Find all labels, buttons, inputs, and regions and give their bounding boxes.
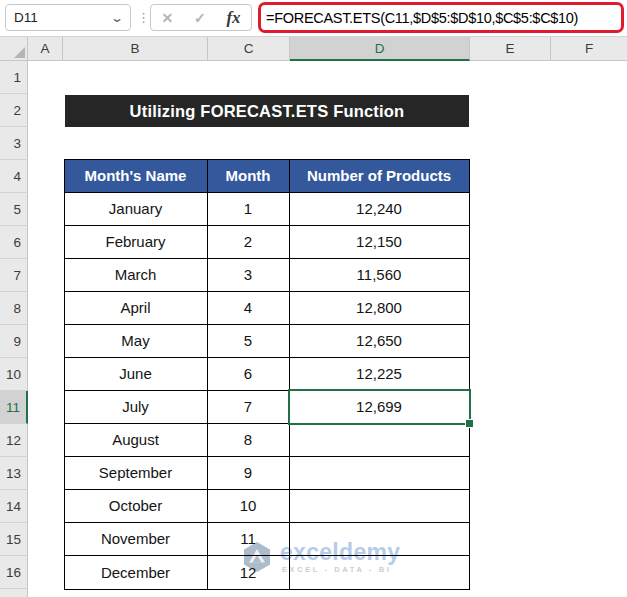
row-header[interactable]: 3 (0, 127, 28, 160)
row-header[interactable]: 13 (0, 457, 28, 490)
row-header[interactable]: 15 (0, 523, 28, 556)
cell-products-value[interactable] (290, 457, 469, 490)
cell-month-number[interactable]: 12 (208, 556, 290, 589)
formula-bar-strip: D11 ⌄ ⋮ ✕ ✓ fx =FORECAST.ETS(C11,$D$5:$D… (0, 0, 627, 36)
cell-month-name[interactable]: April (65, 292, 208, 325)
cell-products-value[interactable]: 11,560 (290, 259, 469, 292)
column-header[interactable]: C (208, 37, 290, 61)
column-header-label: C (244, 41, 254, 56)
column-header[interactable]: B (63, 37, 208, 61)
row-header[interactable]: 8 (0, 292, 28, 325)
row-header[interactable]: 16 (0, 556, 28, 589)
column-header[interactable]: A (28, 37, 63, 61)
sheet-title-banner[interactable]: Utilizing FORECAST.ETS Function (65, 95, 469, 127)
row-header[interactable]: 5 (0, 193, 28, 226)
cell-products-value[interactable]: 12,225 (290, 358, 469, 391)
cell-month-number[interactable]: 1 (208, 193, 290, 226)
row-header-label: 12 (6, 433, 21, 448)
row-header[interactable]: 12 (0, 424, 28, 457)
row-header-label: 6 (13, 235, 21, 250)
row-header-label: 9 (13, 334, 21, 349)
formula-text: =FORECAST.ETS(C11,$D$5:$D$10,$C$5:$C$10) (266, 10, 578, 26)
cell-products-value[interactable] (290, 523, 469, 556)
row-header-label: 2 (13, 103, 21, 118)
row-header[interactable]: 14 (0, 490, 28, 523)
row-header-label: 14 (6, 499, 21, 514)
column-header-label: A (40, 41, 49, 56)
column-header[interactable]: D (290, 37, 470, 61)
insert-function-icon[interactable]: fx (226, 8, 240, 28)
cell-month-number[interactable]: 4 (208, 292, 290, 325)
formula-input[interactable]: =FORECAST.ETS(C11,$D$5:$D$10,$C$5:$C$10) (258, 2, 624, 33)
cell-month-name[interactable]: December (65, 556, 208, 589)
select-all-triangle-icon (14, 47, 25, 58)
row-header-label: 5 (13, 202, 21, 217)
row-header[interactable]: 2 (0, 94, 28, 127)
data-table: Month's Name Month Number of Products Ja… (64, 159, 470, 590)
cell-products-value[interactable]: 12,150 (290, 226, 469, 259)
cell-products-value[interactable]: 12,699 (290, 391, 469, 424)
cell-month-number[interactable]: 3 (208, 259, 290, 292)
chevron-down-icon[interactable]: ⌄ (110, 11, 124, 25)
column-header-label: D (375, 41, 385, 56)
cell-month-name[interactable]: August (65, 424, 208, 457)
cell-products-value[interactable]: 12,650 (290, 325, 469, 358)
cell-month-name[interactable]: September (65, 457, 208, 490)
column-headers: A B C D E F (0, 36, 627, 61)
header-cell-products[interactable]: Number of Products (290, 160, 469, 193)
row-header[interactable]: 10 (0, 358, 28, 391)
cell-month-number[interactable]: 11 (208, 523, 290, 556)
row-header-label: 11 (6, 400, 20, 415)
row-header-label: 10 (6, 367, 21, 382)
grip-dots-icon: ⋮ (137, 4, 150, 31)
column-header-label: E (505, 41, 514, 56)
sheet-title: Utilizing FORECAST.ETS Function (130, 102, 405, 121)
column-header[interactable]: F (551, 37, 627, 61)
cell-month-number[interactable]: 10 (208, 490, 290, 523)
cell-month-name[interactable]: June (65, 358, 208, 391)
cell-products-value[interactable]: 12,240 (290, 193, 469, 226)
cell-month-name[interactable]: January (65, 193, 208, 226)
cell-month-number[interactable]: 8 (208, 424, 290, 457)
cell-month-name[interactable]: July (65, 391, 208, 424)
row-header[interactable]: 6 (0, 226, 28, 259)
row-header[interactable]: 11 (0, 391, 28, 424)
name-box[interactable]: D11 ⌄ (5, 4, 131, 31)
cell-month-number[interactable]: 9 (208, 457, 290, 490)
cell-month-name[interactable]: November (65, 523, 208, 556)
enter-icon[interactable]: ✓ (194, 10, 206, 26)
cell-month-name[interactable]: March (65, 259, 208, 292)
row-header-label: 3 (13, 136, 21, 151)
cell-month-number[interactable]: 6 (208, 358, 290, 391)
row-header-label: 16 (6, 565, 21, 580)
cell-products-value[interactable] (290, 556, 469, 589)
cancel-icon[interactable]: ✕ (161, 10, 173, 26)
row-header-label: 1 (13, 70, 21, 85)
cell-products-value[interactable] (290, 424, 469, 457)
select-all-corner[interactable] (0, 37, 28, 61)
header-cell-month-name[interactable]: Month's Name (65, 160, 208, 193)
row-header[interactable]: 9 (0, 325, 28, 358)
row-header[interactable]: 7 (0, 259, 28, 292)
cell-month-name[interactable]: May (65, 325, 208, 358)
name-box-value: D11 (14, 10, 38, 25)
row-header[interactable]: 4 (0, 160, 28, 193)
sheet-grid: exceldemy EXCEL - DATA - BI Utilizing FO… (28, 61, 627, 597)
row-header[interactable]: 1 (0, 61, 28, 94)
cell-month-number[interactable]: 2 (208, 226, 290, 259)
row-header-label: 7 (13, 268, 21, 283)
header-cell-month[interactable]: Month (208, 160, 290, 193)
row-header-label: 13 (6, 466, 21, 481)
column-header-label: B (130, 41, 139, 56)
column-header[interactable]: E (470, 37, 551, 61)
cell-products-value[interactable] (290, 490, 469, 523)
cell-products-value[interactable]: 12,800 (290, 292, 469, 325)
cell-month-name[interactable]: February (65, 226, 208, 259)
row-header-label: 4 (13, 169, 21, 184)
formula-buttons-group: ✕ ✓ fx (150, 4, 252, 31)
row-header-label: 15 (6, 532, 21, 547)
row-header-label: 8 (13, 301, 21, 316)
cell-month-number[interactable]: 7 (208, 391, 290, 424)
cell-month-number[interactable]: 5 (208, 325, 290, 358)
cell-month-name[interactable]: October (65, 490, 208, 523)
